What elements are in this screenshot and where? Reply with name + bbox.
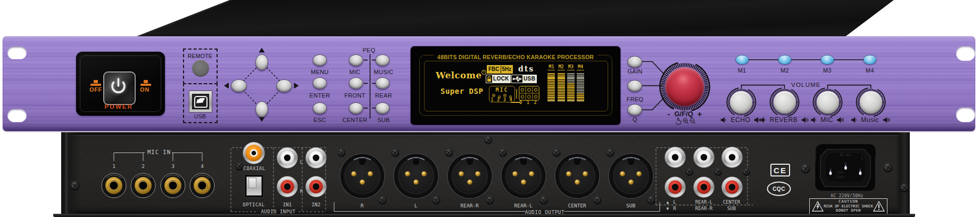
m1-led-button[interactable] (735, 55, 749, 65)
nav-up-button[interactable] (255, 54, 268, 70)
m2-led-button[interactable] (778, 55, 792, 65)
rca-rear-l-label: REAR-L (695, 199, 713, 205)
peq-center-button[interactable] (349, 102, 363, 114)
screw-icon (743, 168, 750, 175)
display-meter-m1: M1 (547, 64, 555, 101)
screw-icon (686, 168, 693, 175)
echo-volume-knob[interactable] (730, 91, 752, 114)
exclamation-warning-icon (873, 201, 885, 212)
m4-led-button[interactable] (863, 55, 877, 65)
mic-jack-dot-icon (503, 94, 506, 97)
xlr-label: SUB (626, 202, 635, 208)
mic-volume-knob[interactable] (817, 91, 839, 114)
mic-in-label: MIC IN (147, 149, 171, 155)
xlr-label: CENTER (568, 202, 586, 208)
screw-icon (391, 149, 399, 157)
peq-mic-button[interactable] (349, 54, 363, 66)
dts-logo: dts (518, 65, 534, 73)
chassis-bottom-edge (53, 214, 915, 217)
rca-out-rear-l (693, 147, 715, 168)
rca-out-r (665, 176, 686, 198)
power-on-label: ON (140, 86, 150, 93)
rca-up-arrow: ▲ (667, 199, 669, 204)
xlr-label: L (414, 202, 418, 208)
enter-button[interactable] (313, 77, 327, 89)
m4-led-label: M4 (866, 67, 874, 74)
chassis-top-lid (0, 0, 980, 37)
display-separator (516, 89, 517, 99)
reverb-volume-knob[interactable] (774, 91, 796, 114)
mic-in-1-label: 1 (112, 163, 115, 169)
rca-sub-label: SUB (727, 206, 736, 211)
mic-knob-label-row: MIC (810, 116, 845, 124)
peq-music-button[interactable] (376, 54, 390, 66)
power-label: POWER (104, 103, 132, 110)
clock-icon (481, 70, 486, 75)
q-button[interactable] (627, 104, 642, 116)
screw-icon (884, 163, 893, 172)
screw-icon (432, 196, 440, 204)
in2-right-rca (305, 176, 327, 197)
m2-led-label: M2 (780, 67, 789, 74)
gfq-text: G/F/Q (674, 110, 693, 118)
d12-dot-icon (533, 86, 539, 93)
rca-out-rear-r (693, 176, 715, 198)
peq-rear-label: REAR (375, 92, 392, 99)
freq-button[interactable] (627, 80, 642, 92)
screw-icon (647, 196, 655, 204)
peq-front-button[interactable] (349, 77, 363, 89)
menu-button[interactable] (313, 54, 327, 66)
usb-port (189, 91, 212, 112)
gain-button[interactable] (627, 56, 642, 68)
peq-sub-button[interactable] (376, 102, 390, 114)
ac-power-inlet: BS-04 2 10A 250V (815, 144, 876, 191)
remote-label: REMOTE (188, 53, 213, 59)
esc-button[interactable] (313, 102, 327, 114)
ce-mark: CE (770, 164, 790, 176)
gfq-knob[interactable] (655, 58, 714, 116)
power-section: OFF ON POWER (76, 52, 165, 116)
echo-knob-label-row: ECHO (721, 116, 762, 124)
lock-badge: LOCK (486, 75, 511, 83)
music-volume-knob[interactable] (860, 91, 882, 114)
menu-button-label: MENU (311, 69, 329, 75)
screw-icon (539, 196, 547, 204)
display-mic-channels: 1234 (489, 98, 514, 102)
d12-dot-icon (519, 86, 526, 93)
front-panel: OFF ON POWER REMOTE (3, 36, 975, 131)
mic-jack-3 (160, 173, 186, 198)
inlet-mark: BS-04 (840, 153, 851, 157)
screw-icon (552, 149, 560, 157)
screw-icon (236, 163, 243, 170)
usb-label: USB (194, 113, 206, 119)
coaxial-label: COAXIAL (243, 166, 265, 171)
screw-icon (715, 168, 722, 175)
peq-rear-button[interactable] (376, 77, 390, 89)
5hz-badge: 5Hz (501, 66, 513, 73)
speaker-min-icon (721, 117, 727, 123)
gfq-minus: - (667, 109, 670, 118)
m3-led-button[interactable] (820, 55, 834, 65)
lock-icon (486, 75, 492, 83)
nav-down-button[interactable] (255, 101, 268, 117)
screw-icon (499, 149, 506, 157)
nav-left-button[interactable] (231, 79, 247, 92)
m1-led-label: M1 (738, 67, 746, 74)
mic-jack-2 (130, 173, 156, 198)
nav-right-button[interactable] (276, 79, 292, 92)
in1-left-rca (277, 147, 298, 168)
speaker-min-icon (810, 117, 817, 123)
inlet-mark: 2 (861, 157, 863, 161)
optical-port (244, 174, 264, 198)
display-meter-m2: M2 (558, 64, 565, 101)
d12-dot-icon (526, 93, 532, 100)
lcd-display: 48BITS DIGITAL REVERB/ECHO KARAOKE PROCE… (411, 46, 620, 125)
optical-label: OPTICAL (243, 202, 264, 207)
xlr-label: R (361, 202, 364, 208)
xlr-label: REAR-L (514, 202, 533, 208)
esc-button-label: ESC (313, 117, 326, 123)
display-d12-grid (519, 86, 539, 101)
power-button[interactable] (103, 71, 136, 105)
display-mic-label: MIC (489, 87, 514, 93)
rca-l-label: L (673, 199, 676, 205)
